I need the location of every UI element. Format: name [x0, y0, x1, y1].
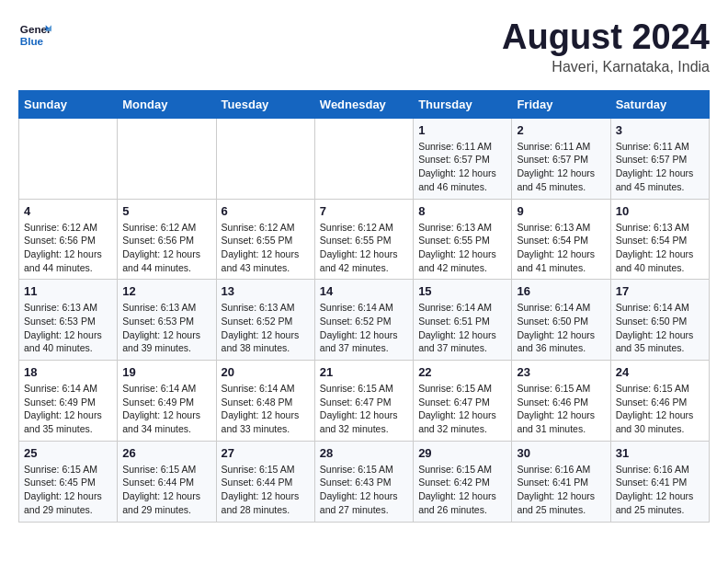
calendar-day-cell: 13Sunrise: 6:13 AMSunset: 6:52 PMDayligh…	[216, 280, 314, 361]
calendar-day-cell: 16Sunrise: 6:14 AMSunset: 6:50 PMDayligh…	[512, 280, 610, 361]
calendar-day-cell: 10Sunrise: 6:13 AMSunset: 6:54 PMDayligh…	[610, 199, 709, 280]
day-info: Sunrise: 6:14 AMSunset: 6:49 PMDaylight:…	[122, 382, 210, 436]
calendar-day-cell: 15Sunrise: 6:14 AMSunset: 6:51 PMDayligh…	[414, 280, 512, 361]
day-number: 28	[320, 446, 408, 460]
day-of-week-header: Saturday	[610, 90, 709, 118]
day-info: Sunrise: 6:13 AMSunset: 6:54 PMDaylight:…	[616, 221, 704, 275]
day-info: Sunrise: 6:15 AMSunset: 6:45 PMDaylight:…	[24, 463, 112, 517]
day-info: Sunrise: 6:14 AMSunset: 6:50 PMDaylight:…	[517, 301, 605, 355]
calendar-day-cell: 6Sunrise: 6:12 AMSunset: 6:55 PMDaylight…	[216, 199, 314, 280]
calendar-week-row: 1Sunrise: 6:11 AMSunset: 6:57 PMDaylight…	[19, 118, 710, 199]
calendar-week-row: 11Sunrise: 6:13 AMSunset: 6:53 PMDayligh…	[19, 280, 710, 361]
logo: General Blue	[18, 18, 51, 52]
calendar-day-cell: 27Sunrise: 6:15 AMSunset: 6:44 PMDayligh…	[216, 441, 314, 522]
calendar-day-cell: 26Sunrise: 6:15 AMSunset: 6:44 PMDayligh…	[118, 441, 216, 522]
day-number: 5	[122, 204, 210, 218]
day-number: 31	[616, 446, 704, 460]
calendar-week-row: 25Sunrise: 6:15 AMSunset: 6:45 PMDayligh…	[19, 441, 710, 522]
day-number: 22	[418, 365, 506, 379]
calendar-day-cell: 14Sunrise: 6:14 AMSunset: 6:52 PMDayligh…	[314, 280, 413, 361]
day-number: 20	[222, 365, 310, 379]
calendar-day-cell: 29Sunrise: 6:15 AMSunset: 6:42 PMDayligh…	[414, 441, 512, 522]
day-info: Sunrise: 6:13 AMSunset: 6:53 PMDaylight:…	[122, 301, 210, 355]
day-info: Sunrise: 6:13 AMSunset: 6:53 PMDaylight:…	[24, 301, 112, 355]
day-info: Sunrise: 6:16 AMSunset: 6:41 PMDaylight:…	[616, 463, 704, 517]
calendar-week-row: 18Sunrise: 6:14 AMSunset: 6:49 PMDayligh…	[19, 361, 710, 442]
calendar-day-cell: 28Sunrise: 6:15 AMSunset: 6:43 PMDayligh…	[314, 441, 413, 522]
calendar-day-cell: 7Sunrise: 6:12 AMSunset: 6:55 PMDaylight…	[314, 199, 413, 280]
calendar-day-cell: 19Sunrise: 6:14 AMSunset: 6:49 PMDayligh…	[118, 361, 216, 442]
day-number: 14	[320, 284, 408, 298]
calendar-day-cell: 1Sunrise: 6:11 AMSunset: 6:57 PMDaylight…	[414, 118, 512, 199]
calendar-day-cell	[118, 118, 216, 199]
calendar-day-cell: 11Sunrise: 6:13 AMSunset: 6:53 PMDayligh…	[19, 280, 118, 361]
day-info: Sunrise: 6:13 AMSunset: 6:54 PMDaylight:…	[517, 221, 605, 275]
day-info: Sunrise: 6:12 AMSunset: 6:55 PMDaylight:…	[222, 221, 310, 275]
calendar-day-cell: 2Sunrise: 6:11 AMSunset: 6:57 PMDaylight…	[512, 118, 610, 199]
calendar-day-cell: 23Sunrise: 6:15 AMSunset: 6:46 PMDayligh…	[512, 361, 610, 442]
day-number: 27	[222, 446, 310, 460]
day-info: Sunrise: 6:15 AMSunset: 6:44 PMDaylight:…	[222, 463, 310, 517]
day-info: Sunrise: 6:14 AMSunset: 6:48 PMDaylight:…	[222, 382, 310, 436]
day-number: 1	[418, 123, 506, 137]
day-number: 7	[320, 204, 408, 218]
day-of-week-header: Tuesday	[216, 90, 314, 118]
day-info: Sunrise: 6:12 AMSunset: 6:55 PMDaylight:…	[320, 221, 408, 275]
calendar-day-cell: 30Sunrise: 6:16 AMSunset: 6:41 PMDayligh…	[512, 441, 610, 522]
calendar-day-cell: 9Sunrise: 6:13 AMSunset: 6:54 PMDaylight…	[512, 199, 610, 280]
logo-icon: General Blue	[18, 18, 51, 52]
day-number: 4	[24, 204, 112, 218]
calendar-week-row: 4Sunrise: 6:12 AMSunset: 6:56 PMDaylight…	[19, 199, 710, 280]
calendar-day-cell: 31Sunrise: 6:16 AMSunset: 6:41 PMDayligh…	[610, 441, 709, 522]
calendar-day-cell: 12Sunrise: 6:13 AMSunset: 6:53 PMDayligh…	[118, 280, 216, 361]
calendar-day-cell: 20Sunrise: 6:14 AMSunset: 6:48 PMDayligh…	[216, 361, 314, 442]
calendar-table: SundayMondayTuesdayWednesdayThursdayFrid…	[18, 90, 710, 523]
calendar-day-cell	[314, 118, 413, 199]
day-info: Sunrise: 6:14 AMSunset: 6:50 PMDaylight:…	[616, 301, 704, 355]
day-number: 11	[24, 284, 112, 298]
day-info: Sunrise: 6:15 AMSunset: 6:44 PMDaylight:…	[122, 463, 210, 517]
calendar-subtitle: Haveri, Karnataka, India	[502, 59, 710, 75]
calendar-day-cell: 18Sunrise: 6:14 AMSunset: 6:49 PMDayligh…	[19, 361, 118, 442]
day-info: Sunrise: 6:16 AMSunset: 6:41 PMDaylight:…	[517, 463, 605, 517]
calendar-day-cell	[216, 118, 314, 199]
day-info: Sunrise: 6:13 AMSunset: 6:52 PMDaylight:…	[222, 301, 310, 355]
day-info: Sunrise: 6:14 AMSunset: 6:49 PMDaylight:…	[24, 382, 112, 436]
title-area: August 2024 Haveri, Karnataka, India	[502, 18, 710, 75]
day-number: 26	[122, 446, 210, 460]
calendar-day-cell	[19, 118, 118, 199]
day-info: Sunrise: 6:15 AMSunset: 6:47 PMDaylight:…	[418, 382, 506, 436]
day-info: Sunrise: 6:14 AMSunset: 6:52 PMDaylight:…	[320, 301, 408, 355]
day-number: 3	[616, 123, 704, 137]
calendar-day-cell: 3Sunrise: 6:11 AMSunset: 6:57 PMDaylight…	[610, 118, 709, 199]
day-info: Sunrise: 6:14 AMSunset: 6:51 PMDaylight:…	[418, 301, 506, 355]
day-number: 9	[517, 204, 605, 218]
day-of-week-header: Monday	[118, 90, 216, 118]
day-info: Sunrise: 6:11 AMSunset: 6:57 PMDaylight:…	[616, 140, 704, 194]
day-info: Sunrise: 6:11 AMSunset: 6:57 PMDaylight:…	[418, 140, 506, 194]
day-number: 16	[517, 284, 605, 298]
svg-text:Blue: Blue	[20, 35, 44, 47]
day-number: 13	[222, 284, 310, 298]
calendar-day-cell: 4Sunrise: 6:12 AMSunset: 6:56 PMDaylight…	[19, 199, 118, 280]
day-number: 24	[616, 365, 704, 379]
day-info: Sunrise: 6:15 AMSunset: 6:47 PMDaylight:…	[320, 382, 408, 436]
calendar-day-cell: 22Sunrise: 6:15 AMSunset: 6:47 PMDayligh…	[414, 361, 512, 442]
day-of-week-header: Friday	[512, 90, 610, 118]
day-number: 15	[418, 284, 506, 298]
calendar-day-cell: 17Sunrise: 6:14 AMSunset: 6:50 PMDayligh…	[610, 280, 709, 361]
day-number: 29	[418, 446, 506, 460]
day-number: 18	[24, 365, 112, 379]
day-of-week-header: Sunday	[19, 90, 118, 118]
day-info: Sunrise: 6:12 AMSunset: 6:56 PMDaylight:…	[122, 221, 210, 275]
page-header: General Blue August 2024 Haveri, Karnata…	[18, 18, 710, 75]
day-number: 8	[418, 204, 506, 218]
day-info: Sunrise: 6:15 AMSunset: 6:46 PMDaylight:…	[517, 382, 605, 436]
day-info: Sunrise: 6:15 AMSunset: 6:43 PMDaylight:…	[320, 463, 408, 517]
day-of-week-header: Thursday	[414, 90, 512, 118]
calendar-day-cell: 8Sunrise: 6:13 AMSunset: 6:55 PMDaylight…	[414, 199, 512, 280]
day-number: 25	[24, 446, 112, 460]
day-number: 17	[616, 284, 704, 298]
day-of-week-header: Wednesday	[314, 90, 413, 118]
day-number: 6	[222, 204, 310, 218]
